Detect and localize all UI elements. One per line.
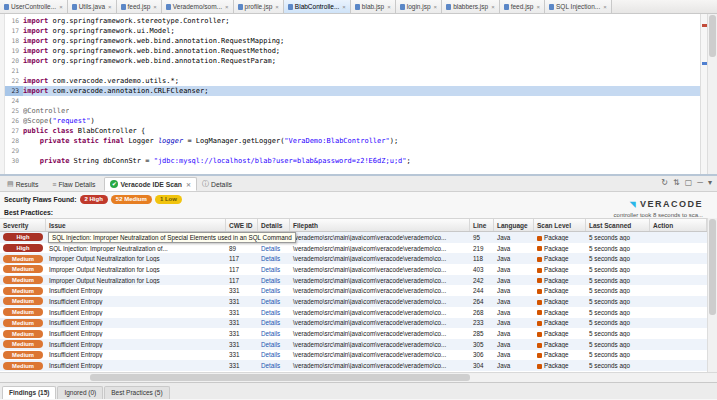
severity-badge[interactable]: 52 Medium	[111, 195, 152, 204]
code-line[interactable]: 18 import org.springframework.web.bind.a…	[5, 36, 700, 46]
editor-tab[interactable]: feed.jsp ×	[117, 0, 162, 13]
details-link[interactable]: Details	[261, 277, 280, 284]
table-row[interactable]: High SQL Injection: Improper Neutralizat…	[0, 243, 707, 254]
details-link[interactable]: Details	[261, 309, 280, 316]
editor-tab[interactable]: UserControlle... ×	[0, 0, 68, 13]
column-header[interactable]: Issue	[46, 219, 226, 231]
details-cell[interactable]: Details	[258, 287, 290, 294]
code-line[interactable]: 16 import org.springframework.stereotype…	[5, 16, 700, 26]
close-icon[interactable]: ×	[434, 4, 438, 10]
toolbar-icon[interactable]: ▾	[708, 178, 712, 188]
column-header[interactable]: CWE ID	[226, 219, 258, 231]
details-cell[interactable]: Details	[258, 362, 290, 369]
best-practices-label[interactable]: Best Practices:	[4, 209, 53, 216]
code-line[interactable]: 27 public class BlabController {	[5, 126, 700, 136]
close-icon[interactable]: ×	[603, 4, 607, 10]
column-header[interactable]: Details	[258, 219, 290, 231]
severity-badge[interactable]: 1 Low	[155, 195, 182, 204]
code-line[interactable]: 21	[5, 66, 700, 76]
editor-tab[interactable]: blabbers.jsp ×	[442, 0, 500, 13]
table-horizontal-scrollbar[interactable]	[0, 372, 717, 382]
details-cell[interactable]: Details	[258, 266, 290, 273]
close-icon[interactable]: ×	[536, 4, 540, 10]
table-row[interactable]: Medium Improper Output Neutralization fo…	[0, 264, 707, 275]
panel-tab[interactable]: ▤ Results	[2, 177, 47, 191]
code-line[interactable]: 17 import org.springframework.ui.Model;	[5, 26, 700, 36]
details-cell[interactable]: Details	[258, 319, 290, 326]
details-link[interactable]: Details	[261, 351, 280, 358]
close-icon[interactable]: ×	[225, 4, 229, 10]
close-icon[interactable]: ×	[275, 4, 279, 10]
close-icon[interactable]: ×	[342, 4, 346, 10]
panel-tab[interactable]: ✔ Veracode IDE Scan ✕	[104, 177, 197, 191]
close-icon[interactable]: ×	[108, 4, 112, 10]
table-row[interactable]: Medium Insufficient Entropy 331 Details …	[0, 318, 707, 329]
editor-tab[interactable]: Utils.java ×	[68, 0, 117, 13]
code-line[interactable]: 24	[5, 96, 700, 106]
editor-tab[interactable]: SQL Injection... ×	[545, 0, 612, 13]
column-header[interactable]: Scan Level	[534, 219, 586, 231]
details-cell[interactable]: Details	[258, 341, 290, 348]
table-row[interactable]: Medium Insufficient Entropy 331 Details …	[0, 307, 707, 318]
editor-tab[interactable]: feed.jsp ×	[500, 0, 545, 13]
table-row[interactable]: Medium Improper Output Neutralization fo…	[0, 275, 707, 286]
status-tab[interactable]: Findings (15)	[2, 386, 56, 399]
table-vertical-scrollbar[interactable]	[707, 218, 717, 372]
close-icon[interactable]: ✕	[186, 181, 191, 188]
details-link[interactable]: Details	[261, 245, 280, 252]
status-tab[interactable]: Ignored (0)	[57, 386, 103, 399]
close-icon[interactable]: ×	[387, 4, 391, 10]
editor-tab[interactable]: Verademo/som... ×	[162, 0, 234, 13]
details-cell[interactable]: Details	[258, 277, 290, 284]
toolbar-icon[interactable]: ↻	[661, 178, 668, 188]
editor-tab[interactable]: blab.jsp ×	[351, 0, 396, 13]
toolbar-icon[interactable]: ▢	[685, 178, 693, 188]
code-line[interactable]: 25 @Controller	[5, 106, 700, 116]
column-header[interactable]: Action	[650, 219, 707, 231]
close-icon[interactable]: ×	[59, 4, 63, 10]
details-cell[interactable]: Details	[258, 255, 290, 262]
column-header[interactable]: Filepath	[290, 219, 470, 231]
table-row[interactable]: Medium Insufficient Entropy 331 Details …	[0, 350, 707, 361]
panel-tab[interactable]: ≡ Flaw Details	[47, 177, 104, 191]
code-line[interactable]: 20 import org.springframework.web.bind.a…	[5, 56, 700, 66]
details-cell[interactable]: Details	[258, 245, 290, 252]
toolbar-icon[interactable]: ⇅	[673, 178, 680, 188]
table-row[interactable]: Medium Improper Output Neutralization fo…	[0, 253, 707, 264]
code-line[interactable]: 22 import com.veracode.verademo.utils.*;	[5, 76, 700, 86]
editor-tab[interactable]: login.jsp ×	[396, 0, 442, 13]
details-link[interactable]: Details	[261, 287, 280, 294]
details-cell[interactable]: Details	[258, 309, 290, 316]
details-link[interactable]: Details	[261, 319, 280, 326]
scrollbar-thumb[interactable]	[709, 219, 716, 315]
details-link[interactable]: Details	[261, 362, 280, 369]
editor-tab[interactable]: BlabControlle... ×	[284, 0, 351, 13]
column-header[interactable]: Line	[470, 219, 494, 231]
table-row[interactable]: Medium Insufficient Entropy 331 Details …	[0, 296, 707, 307]
details-cell[interactable]: Details	[258, 298, 290, 305]
editor-vertical-scrollbar[interactable]	[707, 14, 717, 174]
details-link[interactable]: Details	[261, 266, 280, 273]
status-tab[interactable]: Best Practices (5)	[104, 386, 169, 399]
toolbar-icon[interactable]: ─	[697, 178, 703, 188]
editor-tab[interactable]: profile.jsp ×	[234, 0, 284, 13]
details-link[interactable]: Details	[261, 341, 280, 348]
table-row[interactable]: Medium Insufficient Entropy 331 Details …	[0, 328, 707, 339]
panel-tab[interactable]: ⓘ Details	[197, 177, 241, 191]
code-line[interactable]: 19 import org.springframework.web.bind.a…	[5, 46, 700, 56]
scrollbar-thumb[interactable]	[90, 374, 470, 381]
code-line[interactable]: 30 private String dbConnStr = "jdbc:mysq…	[5, 156, 700, 166]
details-cell[interactable]: Details	[258, 330, 290, 337]
severity-badge[interactable]: 2 High	[80, 195, 108, 204]
code-line[interactable]: 29	[5, 146, 700, 156]
table-row[interactable]: Medium Insufficient Entropy 331 Details …	[0, 285, 707, 296]
table-row[interactable]: Medium Insufficient Entropy 331 Details …	[0, 339, 707, 350]
close-icon[interactable]: ×	[153, 4, 157, 10]
table-row[interactable]: Medium Insufficient Entropy 331 Details …	[0, 360, 707, 371]
code-area[interactable]: 16 import org.springframework.stereotype…	[5, 14, 700, 174]
code-line[interactable]: 28 private static final Logger logger = …	[5, 136, 700, 146]
column-header[interactable]: Severity	[0, 219, 46, 231]
code-line[interactable]: 26 @Scope("request")	[5, 116, 700, 126]
details-link[interactable]: Details	[261, 330, 280, 337]
scrollbar-thumb[interactable]	[709, 15, 716, 57]
